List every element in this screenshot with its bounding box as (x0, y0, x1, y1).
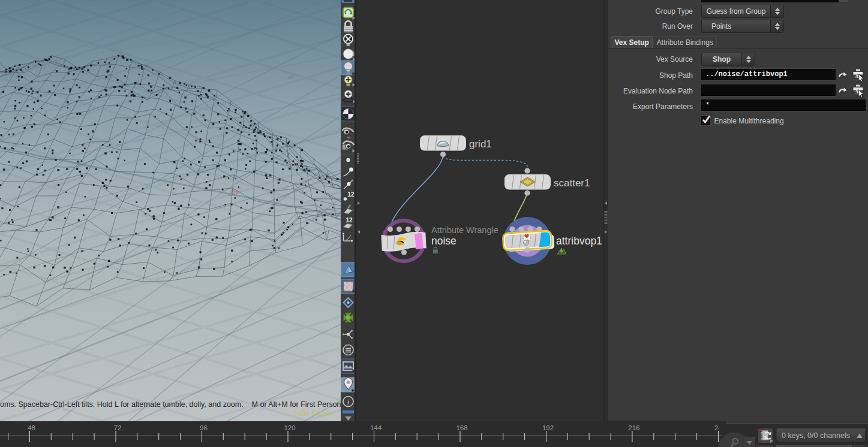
svg-text:i: i (347, 398, 349, 406)
svg-text:Attribute Wrangle: Attribute Wrangle (431, 225, 498, 235)
svg-text:noise: noise (431, 235, 456, 247)
svg-text:scatter1: scatter1 (554, 177, 590, 189)
svg-text:216: 216 (628, 424, 639, 431)
svg-text:0 keys, 0/0 channels: 0 keys, 0/0 channels (782, 431, 850, 440)
svg-text:168: 168 (456, 424, 467, 431)
svg-text:12: 12 (348, 191, 355, 198)
svg-text:ooms. Spacebar-Ctrl-Left tilts: ooms. Spacebar-Ctrl-Left tilts. Hold L f… (0, 400, 341, 409)
svg-text:Indie Edition: Indie Edition (293, 409, 335, 418)
svg-text:grid1: grid1 (469, 138, 492, 150)
svg-text:120: 120 (284, 424, 295, 431)
svg-text:72: 72 (114, 424, 122, 431)
svg-text:attribvop1: attribvop1 (556, 235, 602, 247)
svg-text:48: 48 (28, 424, 35, 431)
svg-text:144: 144 (370, 424, 382, 431)
svg-text:240: 240 (714, 424, 726, 431)
svg-text:192: 192 (542, 424, 554, 431)
svg-text:12: 12 (346, 217, 353, 223)
svg-text:96: 96 (200, 424, 208, 431)
